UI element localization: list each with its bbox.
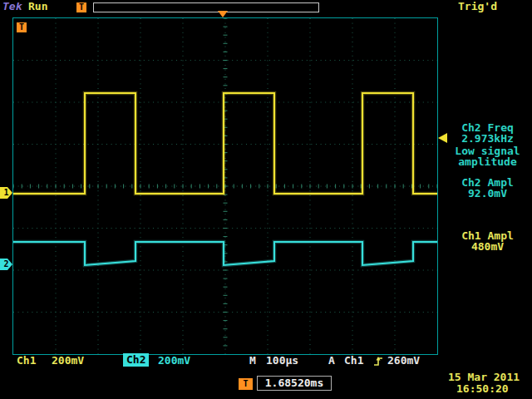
measurement-ch2-ampl-value: 92.0mV	[443, 188, 532, 199]
timebase-label: M	[249, 355, 256, 367]
rising-edge-icon	[373, 356, 383, 367]
trigger-level-value: 260mV	[387, 355, 420, 367]
date-display: 15 Mar 2011	[448, 372, 520, 383]
delay-readout: 1.68520ms	[257, 376, 332, 391]
ch2-scale-label: Ch2	[123, 353, 149, 367]
measurement-warning-line2: amplitude	[443, 156, 532, 167]
waveform-display	[13, 18, 437, 354]
tek-logo: Tek	[2, 1, 22, 12]
trigger-level-flag: T	[17, 22, 27, 32]
measurement-ch2-freq-value: 2.973kHz	[443, 133, 532, 144]
ch1-ground-marker: 1	[0, 187, 12, 199]
acquisition-status: Run	[28, 1, 47, 12]
oscilloscope-screen: Tek Run T Trig'd T 1 2 Ch2 Freq 2.973kHz…	[0, 0, 532, 399]
ch1-scale-value: 200mV	[52, 355, 84, 367]
graticule	[12, 17, 438, 355]
record-view-bar	[93, 2, 319, 12]
time-display: 16:50:20	[456, 383, 509, 395]
ch1-trace-glow	[13, 93, 437, 194]
trigger-status: Trig'd	[458, 1, 497, 12]
measurement-ch1-ampl-value: 480mV	[443, 241, 532, 252]
trigger-level-arrow-icon	[438, 133, 447, 143]
timebase-value: 100µs	[266, 355, 298, 367]
trigger-t-icon-top: T	[76, 2, 86, 12]
delay-t-icon: T	[239, 378, 253, 390]
trigger-source: Ch1	[344, 355, 363, 367]
ch2-scale-value: 200mV	[158, 355, 190, 367]
ch2-ground-marker: 2	[0, 259, 12, 270]
ch1-scale-label: Ch1	[17, 355, 36, 367]
ch2-trace-glow	[13, 242, 437, 265]
trigger-mode: A	[328, 355, 335, 367]
trigger-position-marker-icon	[218, 11, 228, 17]
